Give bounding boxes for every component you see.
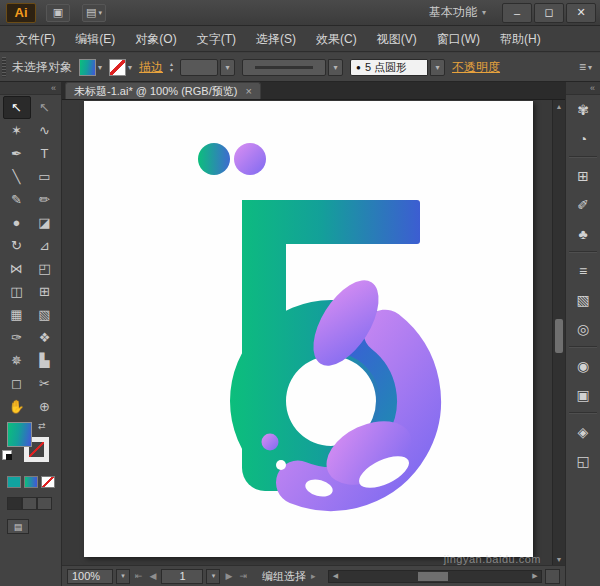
panel-color[interactable]: ✾ — [566, 95, 600, 124]
horizontal-scroll-thumb[interactable] — [418, 572, 448, 581]
stroke-color-control[interactable]: ▾ — [109, 59, 132, 76]
panel-symbols[interactable]: ♣ — [566, 219, 600, 248]
panel-swatches[interactable]: ⊞ — [566, 161, 600, 190]
tool-mesh[interactable]: ▦ — [3, 303, 31, 326]
tool-zoom[interactable]: ⊕ — [31, 395, 59, 418]
opacity-panel-link[interactable]: 不透明度 — [452, 59, 500, 76]
tool-lasso[interactable]: ∿ — [31, 119, 59, 142]
panel-layers[interactable]: ◈ — [566, 417, 600, 446]
screen-mode-button[interactable]: ▤ — [7, 519, 29, 534]
fill-indicator-gradient[interactable] — [7, 422, 32, 447]
brush-definition-field[interactable]: ● 5 点圆形 — [350, 59, 428, 76]
first-artboard-button[interactable]: ⇤ — [133, 571, 145, 581]
canvas-pasteboard[interactable]: jingyan.baidu.com ▲ ▼ — [62, 100, 565, 565]
menu-window[interactable]: 窗口(W) — [427, 27, 490, 52]
fill-color-control[interactable]: ▾ — [79, 59, 102, 76]
tool-perspective-grid[interactable]: ⊞ — [31, 280, 59, 303]
panel-color-guide[interactable]: ◔ — [566, 124, 600, 153]
tools-panel-collapse[interactable]: « — [0, 82, 61, 95]
menu-edit[interactable]: 编辑(E) — [65, 27, 125, 52]
control-panel-menu-button[interactable]: ≡ ▾ — [579, 60, 592, 74]
panel-stroke[interactable]: ≡ — [566, 256, 600, 285]
tool-gradient[interactable]: ▧ — [31, 303, 59, 326]
stroke-weight-stepper[interactable]: ▴ ▾ — [170, 61, 173, 73]
width-profile-control[interactable]: ▾ — [242, 59, 343, 76]
tool-magic-wand[interactable]: ✶ — [3, 119, 31, 142]
launch-bridge-button[interactable]: ▣ — [46, 4, 70, 22]
horizontal-scrollbar[interactable]: ◀ ▶ — [328, 570, 542, 583]
tool-blend[interactable]: ❖ — [31, 326, 59, 349]
minimize-button[interactable]: – — [502, 3, 532, 23]
panel-grip[interactable] — [2, 57, 6, 77]
stroke-none-swatch[interactable] — [109, 59, 126, 76]
tab-close-icon[interactable]: × — [245, 85, 251, 97]
scroll-right-icon[interactable]: ▶ — [529, 571, 541, 582]
brush-definition-control[interactable]: ● 5 点圆形 ▾ — [350, 59, 445, 76]
stroke-weight-dropdown[interactable]: ▾ — [220, 59, 235, 76]
status-menu-icon[interactable]: ▸ — [309, 571, 318, 581]
menu-effect[interactable]: 效果(C) — [306, 27, 367, 52]
close-button[interactable]: ✕ — [566, 3, 596, 23]
scroll-left-icon[interactable]: ◀ — [329, 571, 341, 582]
tool-pencil[interactable]: ✏ — [31, 188, 59, 211]
tool-line-segment[interactable]: ╲ — [3, 165, 31, 188]
maximize-button[interactable]: ◻ — [534, 3, 564, 23]
tool-free-transform[interactable]: ◰ — [31, 257, 59, 280]
tool-eraser[interactable]: ◪ — [31, 211, 59, 234]
tool-shape-builder[interactable]: ◫ — [3, 280, 31, 303]
draw-normal-button[interactable] — [7, 497, 22, 510]
panel-graphic-styles[interactable]: ▣ — [566, 380, 600, 409]
draw-inside-button[interactable] — [37, 497, 52, 510]
menu-help[interactable]: 帮助(H) — [490, 27, 551, 52]
dock-expand-button[interactable]: « — [566, 82, 600, 95]
tool-rotate[interactable]: ↻ — [3, 234, 31, 257]
next-artboard-button[interactable]: ▶ — [223, 571, 234, 581]
panel-appearance[interactable]: ◉ — [566, 351, 600, 380]
paint-gradient-button[interactable] — [24, 476, 38, 488]
menu-file[interactable]: 文件(F) — [6, 27, 65, 52]
zoom-dropdown-button[interactable]: ▾ — [116, 569, 130, 584]
panel-transparency[interactable]: ◎ — [566, 314, 600, 343]
document-tab[interactable]: 未标题-1.ai* @ 100% (RGB/预览) × — [65, 82, 261, 99]
menu-type[interactable]: 文字(T) — [187, 27, 246, 52]
tool-symbol-sprayer[interactable]: ✵ — [3, 349, 31, 372]
stroke-panel-link[interactable]: 描边 — [139, 59, 163, 76]
vertical-scroll-thumb[interactable] — [555, 319, 563, 353]
tool-eyedropper[interactable]: ✑ — [3, 326, 31, 349]
tool-selection[interactable]: ↖ — [3, 96, 31, 119]
artboard-dropdown-button[interactable]: ▾ — [206, 569, 220, 584]
tool-direct-selection[interactable]: ↖ — [31, 96, 59, 119]
artboard-canvas[interactable] — [84, 101, 533, 557]
tool-type[interactable]: T — [31, 142, 59, 165]
swap-fill-stroke-icon[interactable]: ⇄ — [38, 421, 46, 431]
panel-artboards[interactable]: ◱ — [566, 446, 600, 475]
scroll-down-icon[interactable]: ▼ — [553, 553, 565, 565]
menu-object[interactable]: 对象(O) — [125, 27, 186, 52]
artboard-number-field[interactable]: 1 — [161, 569, 203, 584]
tool-blob-brush[interactable]: ● — [3, 211, 31, 234]
vertical-scrollbar[interactable]: ▲ ▼ — [552, 100, 565, 565]
paint-color-button[interactable] — [7, 476, 21, 488]
tool-scale[interactable]: ⊿ — [31, 234, 59, 257]
width-profile-field[interactable] — [242, 59, 326, 76]
stroke-weight-control[interactable]: ▾ — [180, 59, 235, 76]
menu-select[interactable]: 选择(S) — [246, 27, 306, 52]
tool-width[interactable]: ⋈ — [3, 257, 31, 280]
panel-brushes[interactable]: ✐ — [566, 190, 600, 219]
arrange-documents-button[interactable]: ▤▾ — [82, 4, 106, 22]
tool-column-graph[interactable]: ▙ — [31, 349, 59, 372]
width-profile-dropdown[interactable]: ▾ — [328, 59, 343, 76]
menu-view[interactable]: 视图(V) — [367, 27, 427, 52]
draw-behind-button[interactable] — [22, 497, 37, 510]
panel-gradient[interactable]: ▧ — [566, 285, 600, 314]
scroll-up-icon[interactable]: ▲ — [553, 100, 565, 112]
default-fill-stroke-icon[interactable] — [2, 450, 12, 460]
tool-hand[interactable]: ✋ — [3, 395, 31, 418]
tool-artboard[interactable]: ◻ — [3, 372, 31, 395]
zoom-level-field[interactable]: 100% — [67, 569, 113, 584]
brush-definition-dropdown[interactable]: ▾ — [430, 59, 445, 76]
previous-artboard-button[interactable]: ◀ — [148, 571, 159, 581]
tool-pen[interactable]: ✒ — [3, 142, 31, 165]
workspace-switcher[interactable]: 基本功能 ▾ — [429, 4, 486, 21]
tool-rectangle[interactable]: ▭ — [31, 165, 59, 188]
